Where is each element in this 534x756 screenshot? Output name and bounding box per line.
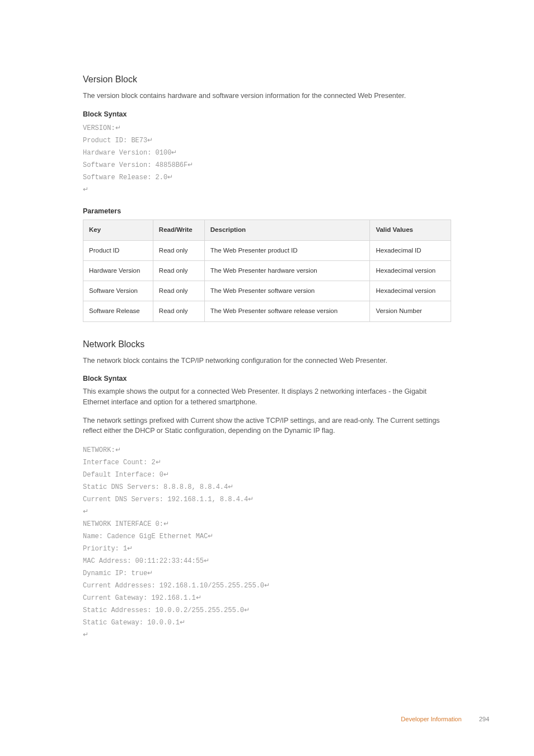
block-syntax-heading-1: Block Syntax bbox=[83, 109, 451, 120]
parameters-heading: Parameters bbox=[83, 206, 451, 217]
block-syntax-heading-2: Block Syntax bbox=[83, 374, 451, 384]
cell-vv: Version Number bbox=[370, 301, 451, 321]
version-block-code: VERSION:↵Product ID: BE73↵Hardware Versi… bbox=[83, 122, 451, 196]
version-block-desc: The version block contains hardware and … bbox=[83, 91, 451, 101]
cell-desc: The Web Presenter software version bbox=[204, 281, 370, 301]
cell-vv: Hexadecimal version bbox=[370, 260, 451, 281]
page-footer: Developer Information 294 bbox=[401, 715, 489, 724]
cell-key: Software Version bbox=[83, 281, 153, 301]
cell-desc: The Web Presenter hardware version bbox=[204, 260, 370, 281]
table-row: Product ID Read only The Web Presenter p… bbox=[83, 240, 451, 260]
cell-rw: Read only bbox=[153, 260, 204, 281]
version-block-heading: Version Block bbox=[83, 73, 451, 86]
th-rw: Read/Write bbox=[153, 220, 204, 240]
network-block-code: NETWORK:↵Interface Count: 2↵Default Inte… bbox=[83, 444, 451, 641]
cell-vv: Hexadecimal ID bbox=[370, 240, 451, 260]
table-row: Software Release Read only The Web Prese… bbox=[83, 301, 451, 321]
page: Version Block The version block contains… bbox=[0, 0, 534, 756]
footer-page-number: 294 bbox=[479, 716, 489, 722]
th-desc: Description bbox=[204, 220, 370, 240]
table-header-row: Key Read/Write Description Valid Values bbox=[83, 220, 451, 240]
network-para-2: The network settings prefixed with Curre… bbox=[83, 416, 451, 437]
th-key: Key bbox=[83, 220, 153, 240]
cell-desc: The Web Presenter software release versi… bbox=[204, 301, 370, 321]
cell-desc: The Web Presenter product ID bbox=[204, 240, 370, 260]
table-row: Hardware Version Read only The Web Prese… bbox=[83, 260, 451, 281]
cell-key: Software Release bbox=[83, 301, 153, 321]
parameters-table: Key Read/Write Description Valid Values … bbox=[83, 220, 451, 321]
cell-key: Hardware Version bbox=[83, 260, 153, 281]
cell-rw: Read only bbox=[153, 301, 204, 321]
cell-rw: Read only bbox=[153, 281, 204, 301]
footer-label: Developer Information bbox=[401, 716, 461, 722]
cell-key: Product ID bbox=[83, 240, 153, 260]
cell-vv: Hexadecimal version bbox=[370, 281, 451, 301]
cell-rw: Read only bbox=[153, 240, 204, 260]
network-blocks-desc: The network block contains the TCP/IP ne… bbox=[83, 356, 451, 366]
network-para-1: This example shows the output for a conn… bbox=[83, 386, 451, 408]
network-blocks-heading: Network Blocks bbox=[83, 338, 451, 351]
table-row: Software Version Read only The Web Prese… bbox=[83, 281, 451, 301]
th-vv: Valid Values bbox=[370, 220, 451, 240]
